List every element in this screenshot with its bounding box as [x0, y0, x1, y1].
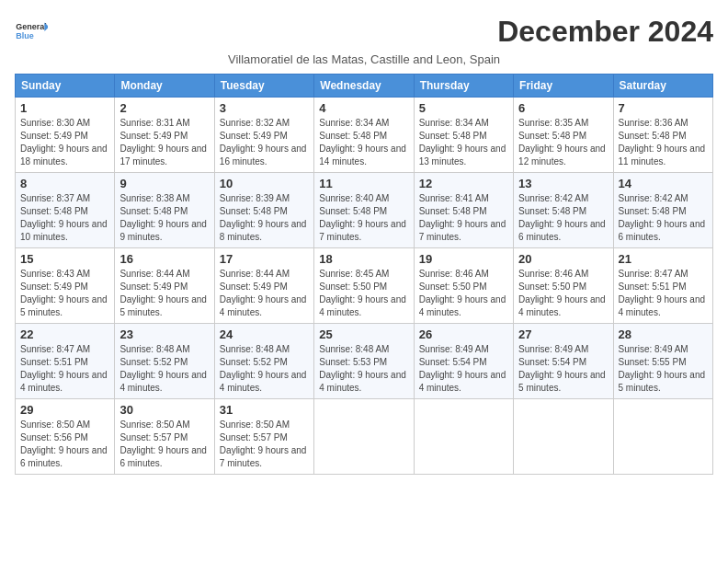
- calendar-cell: 27 Sunrise: 8:49 AM Sunset: 5:54 PM Dayl…: [514, 324, 613, 399]
- day-info: Sunrise: 8:49 AM Sunset: 5:54 PM Dayligh…: [518, 343, 608, 395]
- day-info: Sunrise: 8:41 AM Sunset: 5:48 PM Dayligh…: [419, 192, 508, 244]
- day-number: 30: [119, 403, 209, 417]
- calendar-week-4: 22 Sunrise: 8:47 AM Sunset: 5:51 PM Dayl…: [16, 324, 713, 399]
- svg-text:General: General: [16, 22, 47, 31]
- day-info: Sunrise: 8:47 AM Sunset: 5:51 PM Dayligh…: [20, 343, 109, 395]
- calendar-cell: 2 Sunrise: 8:31 AM Sunset: 5:49 PM Dayli…: [115, 98, 214, 173]
- day-number: 29: [20, 403, 109, 417]
- calendar-week-1: 1 Sunrise: 8:30 AM Sunset: 5:49 PM Dayli…: [16, 98, 713, 173]
- day-number: 12: [419, 177, 508, 190]
- day-info: Sunrise: 8:49 AM Sunset: 5:55 PM Dayligh…: [619, 343, 708, 395]
- calendar-cell: 16 Sunrise: 8:44 AM Sunset: 5:49 PM Dayl…: [115, 248, 214, 324]
- day-info: Sunrise: 8:45 AM Sunset: 5:50 PM Dayligh…: [319, 268, 408, 319]
- day-number: 31: [220, 403, 309, 417]
- day-number: 11: [319, 177, 408, 190]
- day-info: Sunrise: 8:50 AM Sunset: 5:57 PM Dayligh…: [119, 419, 209, 470]
- day-number: 2: [119, 101, 209, 115]
- day-number: 1: [20, 101, 109, 115]
- day-info: Sunrise: 8:42 AM Sunset: 5:48 PM Dayligh…: [518, 192, 608, 244]
- calendar-cell: 12 Sunrise: 8:41 AM Sunset: 5:48 PM Dayl…: [414, 173, 513, 248]
- calendar-week-5: 29 Sunrise: 8:50 AM Sunset: 5:56 PM Dayl…: [16, 399, 713, 475]
- day-number: 6: [518, 101, 608, 115]
- calendar-cell: 13 Sunrise: 8:42 AM Sunset: 5:48 PM Dayl…: [514, 173, 613, 248]
- calendar-cell: 26 Sunrise: 8:49 AM Sunset: 5:54 PM Dayl…: [414, 324, 513, 399]
- calendar-cell: 20 Sunrise: 8:46 AM Sunset: 5:50 PM Dayl…: [514, 248, 613, 324]
- day-info: Sunrise: 8:34 AM Sunset: 5:48 PM Dayligh…: [419, 117, 508, 168]
- calendar-cell: 8 Sunrise: 8:37 AM Sunset: 5:48 PM Dayli…: [16, 173, 115, 248]
- day-info: Sunrise: 8:48 AM Sunset: 5:52 PM Dayligh…: [220, 343, 309, 395]
- day-number: 13: [518, 177, 608, 190]
- calendar-cell: 23 Sunrise: 8:48 AM Sunset: 5:52 PM Dayl…: [115, 324, 214, 399]
- day-info: Sunrise: 8:30 AM Sunset: 5:49 PM Dayligh…: [20, 117, 109, 168]
- day-number: 5: [419, 101, 508, 115]
- calendar-week-3: 15 Sunrise: 8:43 AM Sunset: 5:49 PM Dayl…: [16, 248, 713, 324]
- day-number: 14: [619, 177, 708, 190]
- day-info: Sunrise: 8:37 AM Sunset: 5:48 PM Dayligh…: [20, 192, 109, 244]
- day-info: Sunrise: 8:42 AM Sunset: 5:48 PM Dayligh…: [619, 192, 708, 244]
- calendar-body: 1 Sunrise: 8:30 AM Sunset: 5:49 PM Dayli…: [16, 98, 713, 475]
- calendar-cell: 9 Sunrise: 8:38 AM Sunset: 5:48 PM Dayli…: [115, 173, 214, 248]
- day-number: 23: [119, 327, 209, 341]
- day-number: 4: [319, 101, 408, 115]
- weekday-header-saturday: Saturday: [613, 75, 712, 98]
- calendar-cell: 7 Sunrise: 8:36 AM Sunset: 5:48 PM Dayli…: [613, 98, 712, 173]
- calendar-cell: 15 Sunrise: 8:43 AM Sunset: 5:49 PM Dayl…: [16, 248, 115, 324]
- day-number: 9: [119, 177, 209, 190]
- svg-text:Blue: Blue: [16, 31, 34, 40]
- weekday-header-sunday: Sunday: [16, 75, 115, 98]
- day-info: Sunrise: 8:35 AM Sunset: 5:48 PM Dayligh…: [518, 117, 608, 168]
- location-subtitle: Villamoratiel de las Matas, Castille and…: [15, 52, 713, 66]
- day-info: Sunrise: 8:47 AM Sunset: 5:51 PM Dayligh…: [619, 268, 708, 319]
- calendar-cell: 18 Sunrise: 8:45 AM Sunset: 5:50 PM Dayl…: [314, 248, 414, 324]
- day-info: Sunrise: 8:31 AM Sunset: 5:49 PM Dayligh…: [119, 117, 209, 168]
- day-number: 19: [419, 252, 508, 266]
- calendar-cell: [414, 399, 513, 475]
- day-info: Sunrise: 8:39 AM Sunset: 5:48 PM Dayligh…: [220, 192, 309, 244]
- weekday-header-thursday: Thursday: [414, 75, 513, 98]
- calendar-cell: 3 Sunrise: 8:32 AM Sunset: 5:49 PM Dayli…: [214, 98, 313, 173]
- calendar-table: SundayMondayTuesdayWednesdayThursdayFrid…: [15, 74, 713, 475]
- day-info: Sunrise: 8:50 AM Sunset: 5:57 PM Dayligh…: [220, 419, 309, 470]
- month-title: December 2024: [497, 15, 713, 49]
- day-info: Sunrise: 8:46 AM Sunset: 5:50 PM Dayligh…: [518, 268, 608, 319]
- weekday-header-wednesday: Wednesday: [314, 75, 414, 98]
- day-info: Sunrise: 8:49 AM Sunset: 5:54 PM Dayligh…: [419, 343, 508, 395]
- day-number: 15: [20, 252, 109, 266]
- day-number: 22: [20, 327, 109, 341]
- day-info: Sunrise: 8:44 AM Sunset: 5:49 PM Dayligh…: [119, 268, 209, 319]
- day-number: 20: [518, 252, 608, 266]
- weekday-header-tuesday: Tuesday: [214, 75, 313, 98]
- calendar-cell: 5 Sunrise: 8:34 AM Sunset: 5:48 PM Dayli…: [414, 98, 513, 173]
- day-info: Sunrise: 8:40 AM Sunset: 5:48 PM Dayligh…: [319, 192, 408, 244]
- calendar-cell: 24 Sunrise: 8:48 AM Sunset: 5:52 PM Dayl…: [214, 324, 313, 399]
- calendar-cell: 1 Sunrise: 8:30 AM Sunset: 5:49 PM Dayli…: [16, 98, 115, 173]
- day-info: Sunrise: 8:48 AM Sunset: 5:53 PM Dayligh…: [319, 343, 408, 395]
- day-number: 10: [220, 177, 309, 190]
- day-info: Sunrise: 8:43 AM Sunset: 5:49 PM Dayligh…: [20, 268, 109, 319]
- day-number: 24: [220, 327, 309, 341]
- title-area: December 2024: [497, 15, 713, 49]
- header: General Blue December 2024: [15, 15, 713, 49]
- calendar-cell: 31 Sunrise: 8:50 AM Sunset: 5:57 PM Dayl…: [214, 399, 313, 475]
- weekday-header-friday: Friday: [514, 75, 613, 98]
- weekday-header-row: SundayMondayTuesdayWednesdayThursdayFrid…: [16, 75, 713, 98]
- calendar-cell: 30 Sunrise: 8:50 AM Sunset: 5:57 PM Dayl…: [115, 399, 214, 475]
- day-number: 28: [619, 327, 708, 341]
- logo: General Blue: [15, 15, 48, 48]
- calendar-cell: [613, 399, 712, 475]
- calendar-cell: 22 Sunrise: 8:47 AM Sunset: 5:51 PM Dayl…: [16, 324, 115, 399]
- day-info: Sunrise: 8:44 AM Sunset: 5:49 PM Dayligh…: [220, 268, 309, 319]
- day-info: Sunrise: 8:34 AM Sunset: 5:48 PM Dayligh…: [319, 117, 408, 168]
- day-info: Sunrise: 8:50 AM Sunset: 5:56 PM Dayligh…: [20, 419, 109, 470]
- calendar-cell: 6 Sunrise: 8:35 AM Sunset: 5:48 PM Dayli…: [514, 98, 613, 173]
- day-number: 8: [20, 177, 109, 190]
- day-number: 27: [518, 327, 608, 341]
- calendar-cell: 28 Sunrise: 8:49 AM Sunset: 5:55 PM Dayl…: [613, 324, 712, 399]
- day-info: Sunrise: 8:48 AM Sunset: 5:52 PM Dayligh…: [119, 343, 209, 395]
- day-info: Sunrise: 8:32 AM Sunset: 5:49 PM Dayligh…: [220, 117, 309, 168]
- day-info: Sunrise: 8:46 AM Sunset: 5:50 PM Dayligh…: [419, 268, 508, 319]
- day-number: 25: [319, 327, 408, 341]
- calendar-cell: 29 Sunrise: 8:50 AM Sunset: 5:56 PM Dayl…: [16, 399, 115, 475]
- weekday-header-monday: Monday: [115, 75, 214, 98]
- day-number: 7: [619, 101, 708, 115]
